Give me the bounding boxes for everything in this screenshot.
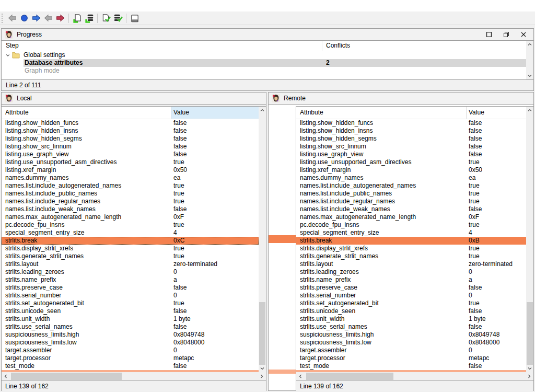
attribute-row[interactable]: strlits.break 0xB (296, 237, 526, 245)
toolbar-document-apply-button[interactable] (100, 13, 112, 24)
attribute-row[interactable]: listing.use_graph_view false (2, 151, 259, 158)
attribute-row[interactable]: strlits.set_autogenerated_bit true (296, 299, 526, 307)
progress-tree-scrollbar[interactable] (526, 41, 533, 79)
attribute-row[interactable]: names.dummy_names ea (2, 174, 259, 182)
attribute-row[interactable]: special_segment_entry_size 4 (2, 229, 259, 237)
local-horizontal-scrollbar[interactable] (2, 372, 266, 381)
local-vertical-scrollbar[interactable] (259, 107, 266, 372)
attribute-row[interactable]: names.list.include_weak_names false (296, 205, 526, 213)
conflict-marker[interactable] (269, 370, 296, 374)
attribute-row[interactable]: strlits.preserve_case false (2, 284, 259, 292)
attribute-row[interactable]: suspiciousness_limits.high 0x8049748 (296, 331, 526, 339)
attribute-row[interactable]: suspiciousness_limits.low 0x8048000 (296, 339, 526, 347)
scroll-up-icon[interactable] (259, 107, 266, 114)
remote-horizontal-scrollbar[interactable] (296, 372, 533, 381)
scroll-up-icon[interactable] (526, 41, 533, 48)
scrollbar-thumb[interactable] (11, 373, 122, 380)
scroll-right-icon[interactable] (525, 372, 533, 381)
attribute-row[interactable]: listing.show_src_linnum false (296, 143, 526, 151)
scroll-down-icon[interactable] (526, 72, 533, 79)
attribute-row[interactable]: test_mode false (2, 362, 259, 370)
attribute-row[interactable]: strlits.unit_width 1 byte (296, 315, 526, 323)
attribute-row[interactable]: strlits.serial_number 0 (296, 292, 526, 299)
attribute-row[interactable]: listing.show_hidden_insns false (2, 127, 259, 135)
scroll-left-icon[interactable] (2, 372, 10, 381)
attribute-row[interactable]: listing.xref_margin 0x50 (2, 166, 259, 174)
conflict-marker-selected[interactable] (269, 235, 296, 243)
attribute-row[interactable]: strlits.display_strlit_xrefs true (2, 245, 259, 252)
attribute-row[interactable]: strlits.unicode_seen false (296, 307, 526, 315)
tree-item-graph-mode[interactable]: Graph mode (2, 67, 533, 75)
tree-item-database-attributes[interactable]: Database attributes 2 (2, 59, 533, 67)
scroll-down-icon[interactable] (259, 365, 266, 372)
attribute-row[interactable]: names.list.include_regular_names true (296, 198, 526, 205)
attribute-row[interactable]: strlits.use_serial_names false (296, 323, 526, 331)
attribute-row[interactable]: strlits.break 0xC (2, 237, 259, 245)
attribute-row[interactable]: strlits.use_serial_names false (2, 323, 259, 331)
attribute-row[interactable]: listing.show_hidden_segms false (296, 135, 526, 143)
attribute-row[interactable]: listing.use_unsupported_asm_directives t… (2, 158, 259, 166)
attribute-row[interactable]: strlits.display_strlit_xrefs true (296, 245, 526, 252)
attribute-row[interactable]: listing.show_hidden_insns false (296, 127, 526, 135)
chevron-down-icon[interactable] (2, 53, 10, 58)
close-button[interactable] (517, 30, 530, 40)
remote-titlebar[interactable]: Remote (269, 93, 533, 104)
attribute-row[interactable]: pc.decode_fpu_insns true (296, 221, 526, 229)
maximize-button[interactable] (482, 30, 496, 40)
restore-button[interactable] (499, 30, 513, 40)
attribute-row[interactable]: names.list.include_autogenerated_names t… (2, 182, 259, 190)
toolbar-stop-button[interactable] (18, 13, 30, 24)
remote-vertical-scrollbar[interactable] (526, 107, 533, 372)
attribute-row[interactable]: listing.show_src_linnum false (2, 143, 259, 151)
scrollbar-thumb[interactable] (306, 373, 393, 380)
attribute-row[interactable]: strlits.unicode_seen false (2, 307, 259, 315)
attribute-row[interactable]: listing.xref_margin 0x50 (296, 166, 526, 174)
column-header-attribute[interactable]: Attribute (296, 107, 467, 119)
toolbar-drag-handle[interactable] (2, 14, 4, 23)
toolbar-database-apply-button[interactable] (112, 13, 124, 24)
scrollbar-thumb[interactable] (527, 302, 533, 365)
attribute-row[interactable]: target.processor metapc (2, 354, 259, 362)
attribute-row[interactable]: names.list.include_weak_names false (2, 205, 259, 213)
attribute-row[interactable]: strlits.layout zero-terminated (2, 260, 259, 268)
attribute-row[interactable]: strlits.serial_number 0 (2, 292, 259, 299)
column-header-step[interactable]: Step (2, 41, 322, 51)
attribute-row[interactable]: names.list.include_regular_names true (2, 198, 259, 205)
toolbar-database-button[interactable] (83, 13, 95, 24)
column-header-value[interactable]: Value (467, 107, 526, 119)
attribute-row[interactable]: target.assembler 0 (2, 347, 259, 354)
attribute-row[interactable]: strlits.leading_zeroes 0 (2, 268, 259, 276)
attribute-row[interactable]: names.dummy_names ea (296, 174, 526, 182)
attribute-row[interactable]: listing.use_graph_view false (296, 151, 526, 158)
attribute-row[interactable]: suspiciousness_limits.high 0x8049748 (2, 331, 259, 339)
attribute-row[interactable]: strlits.unit_width 1 byte (2, 315, 259, 323)
attribute-row[interactable]: listing.show_hidden_funcs false (296, 119, 526, 127)
attribute-row[interactable]: listing.use_unsupported_asm_directives t… (296, 158, 526, 166)
attribute-row[interactable]: target.processor metapc (296, 354, 526, 362)
toolbar-next-conflict-button[interactable] (54, 13, 66, 24)
attribute-row[interactable]: names.max_autogenerated_name_length 0xF (2, 213, 259, 221)
attribute-row[interactable]: names.list.include_public_names true (2, 190, 259, 198)
attribute-row[interactable]: names.max_autogenerated_name_length 0xF (296, 213, 526, 221)
toolbar-nav-forward-button[interactable] (30, 13, 42, 24)
local-titlebar[interactable]: Local (2, 93, 266, 104)
toolbar-window-button[interactable] (129, 13, 141, 24)
scroll-up-icon[interactable] (526, 107, 533, 114)
attribute-row[interactable]: pc.decode_fpu_insns true (2, 221, 259, 229)
scroll-right-icon[interactable] (258, 372, 266, 381)
attribute-row[interactable]: strlits.generate_strlit_names true (296, 252, 526, 260)
attribute-row[interactable]: special_segment_entry_size 4 (296, 229, 526, 237)
scroll-down-icon[interactable] (526, 365, 533, 372)
attribute-row[interactable]: strlits.generate_strlit_names true (2, 252, 259, 260)
tree-item-global-settings[interactable]: Global settings (2, 51, 533, 59)
attribute-row[interactable]: strlits.set_autogenerated_bit true (2, 299, 259, 307)
scrollbar-thumb[interactable] (259, 302, 265, 365)
toolbar-nav-back-button[interactable] (6, 13, 18, 24)
toolbar-document-button[interactable] (71, 13, 83, 24)
column-header-value[interactable]: Value (171, 107, 259, 119)
attribute-row[interactable]: strlits.leading_zeroes 0 (296, 268, 526, 276)
scroll-left-icon[interactable] (296, 372, 305, 381)
progress-titlebar[interactable]: Progress (2, 29, 533, 41)
attribute-row[interactable]: names.list.include_public_names true (296, 190, 526, 198)
toolbar-prev-conflict-button[interactable] (42, 13, 54, 24)
